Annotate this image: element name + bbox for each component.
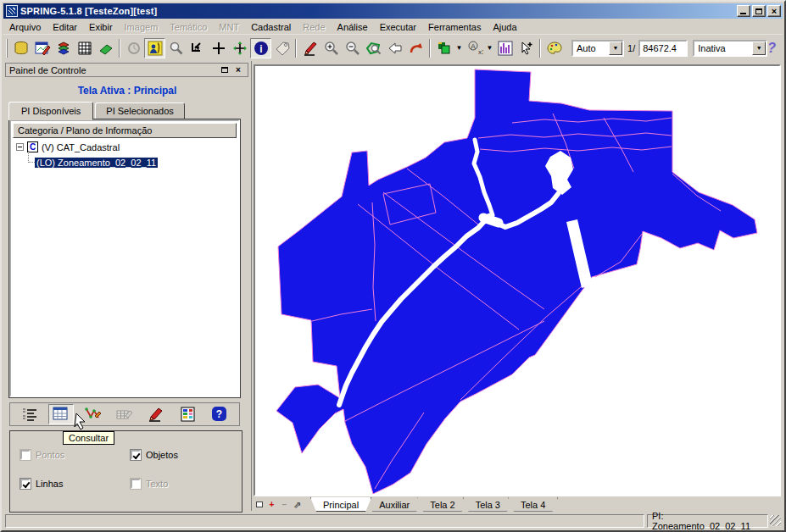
tree-row-category[interactable]: C (V) CAT_Cadastral	[13, 141, 237, 153]
menu-mnt[interactable]: MNT	[213, 20, 245, 34]
draw-button[interactable]	[143, 404, 169, 424]
zoom-region-button[interactable]	[363, 38, 384, 58]
layers-icon	[55, 40, 72, 57]
collapse-icon[interactable]	[16, 143, 24, 151]
menu-tematico[interactable]: Temático	[164, 20, 213, 34]
svg-text:A: A	[471, 42, 476, 50]
add-view-button[interactable]: +	[266, 499, 277, 510]
objetos-checkbox-icon[interactable]	[131, 450, 141, 460]
menu-exibir[interactable]: Exibir	[83, 20, 119, 34]
crosshair-button[interactable]	[208, 38, 229, 58]
eraser-button[interactable]	[95, 38, 116, 58]
zoom-out-button[interactable]	[342, 38, 363, 58]
menu-editar[interactable]: Editar	[47, 20, 83, 34]
back-arrow-icon	[387, 40, 404, 57]
edition-dropdown-icon[interactable]: ▼	[752, 42, 766, 55]
municipality-polygon	[276, 69, 757, 494]
draw-icon	[147, 406, 165, 423]
checkbox-texto[interactable]: Texto	[131, 479, 168, 489]
checkbox-pontos[interactable]: Pontos	[20, 450, 64, 460]
auto-zoom-combo[interactable]: Auto ▼	[571, 40, 624, 57]
image-register-button[interactable]	[31, 38, 53, 58]
magnifier-button[interactable]	[165, 38, 187, 58]
menu-executar[interactable]: Executar	[374, 20, 422, 34]
database-button[interactable]	[10, 38, 31, 58]
linhas-checkbox-icon[interactable]	[20, 479, 31, 489]
tag-button[interactable]	[271, 38, 293, 58]
view-tab-principal[interactable]: Principal	[310, 497, 371, 512]
scale-input[interactable]: 84672.4	[638, 40, 688, 57]
close-button[interactable]: ×	[767, 5, 781, 17]
info-icon: i	[253, 40, 270, 57]
map-canvas[interactable]	[256, 67, 778, 494]
remove-view-button[interactable]: −	[279, 499, 290, 510]
menu-analise[interactable]: Análise	[332, 20, 374, 34]
checkbox-objetos[interactable]: Objetos	[131, 450, 178, 460]
auto-zoom-dropdown-icon[interactable]: ▼	[609, 42, 622, 55]
toolbar-handle[interactable]	[6, 39, 8, 58]
toolbar-help-button[interactable]: ?	[767, 41, 776, 56]
category-label[interactable]: (V) CAT_Cadastral	[42, 142, 120, 152]
draw-pencil-button[interactable]	[299, 38, 321, 58]
view-tab-auxiliar[interactable]: Auxiliar	[366, 497, 422, 512]
pontos-checkbox-icon[interactable]	[20, 450, 31, 460]
menu-rede[interactable]: Rede	[297, 20, 331, 34]
pi-tabs: PI Disponíveis PI Selecionados	[8, 102, 187, 119]
objetos-label: Objetos	[146, 450, 178, 460]
fit-view-button[interactable]	[187, 38, 208, 58]
back-arrow-button[interactable]	[384, 38, 405, 58]
layer-label[interactable]: (LO) Zoneamento_02_02_11	[35, 158, 158, 168]
legend-list-button[interactable]	[17, 404, 42, 424]
auto-label-button[interactable]: Ax1	[464, 38, 485, 58]
menu-bar: Arquivo Editar Exibir Imagem Temático MN…	[3, 19, 783, 35]
undo-button[interactable]	[405, 38, 426, 58]
new-view-button[interactable]	[254, 499, 265, 510]
auto-label-dropdown[interactable]: ▼	[485, 38, 494, 58]
checkbox-linhas[interactable]: Linhas	[20, 479, 63, 489]
legend-colors-button[interactable]	[176, 404, 201, 424]
cursor-plus-button[interactable]	[516, 38, 537, 58]
panel-close-button[interactable]: ×	[232, 64, 244, 75]
histogram-button[interactable]	[494, 38, 516, 58]
detach-view-button[interactable]: ⇗	[292, 499, 303, 510]
layers-button[interactable]	[53, 38, 74, 58]
query-button[interactable]	[48, 404, 74, 424]
query-icon	[52, 406, 70, 423]
vector-style-icon	[436, 40, 453, 57]
resize-grip[interactable]	[770, 515, 781, 526]
info-button[interactable]: i	[250, 38, 271, 58]
texto-label: Texto	[146, 479, 168, 489]
edition-combo[interactable]: Inativa ▼	[693, 40, 767, 57]
panel-help-icon: ?	[210, 406, 229, 423]
tree-header[interactable]: Categoria / Plano de Informação	[13, 123, 237, 138]
view-tab-tela3[interactable]: Tela 3	[463, 497, 513, 512]
zoom-in-button[interactable]	[321, 38, 342, 58]
vector-style-dropdown[interactable]: ▼	[454, 38, 464, 58]
vector-style-button[interactable]	[433, 38, 454, 58]
status-bar: PI: Zoneamento_02_02_11	[3, 513, 783, 529]
status-pi-label: PI: Zoneamento_02_02_11	[647, 514, 768, 528]
table-edit-button[interactable]	[112, 404, 137, 424]
history-button[interactable]	[123, 38, 144, 58]
palette-button[interactable]	[544, 38, 565, 58]
pan-button[interactable]	[229, 38, 250, 58]
report-view-button[interactable]	[144, 38, 165, 58]
menu-ferramentas[interactable]: Ferramentas	[422, 20, 487, 34]
tab-pi-disponiveis[interactable]: PI Disponíveis	[8, 102, 93, 120]
view-tab-tela2[interactable]: Tela 2	[417, 497, 467, 512]
menu-ajuda[interactable]: Ajuda	[487, 20, 522, 34]
tab-pi-selecionados[interactable]: PI Selecionados	[95, 103, 185, 119]
undo-icon	[408, 40, 425, 57]
view-tab-tela4[interactable]: Tela 4	[508, 497, 558, 512]
grid-button[interactable]	[74, 38, 95, 58]
panel-float-button[interactable]	[219, 64, 231, 75]
zoom-out-icon	[344, 40, 361, 57]
minimize-button[interactable]	[737, 5, 750, 17]
texto-checkbox-icon[interactable]	[131, 479, 141, 489]
maximize-button[interactable]	[752, 5, 766, 17]
menu-imagem[interactable]: Imagem	[119, 20, 164, 34]
menu-arquivo[interactable]: Arquivo	[3, 20, 47, 34]
menu-cadastral[interactable]: Cadastral	[245, 20, 297, 34]
panel-help-button[interactable]: ?	[207, 404, 232, 424]
tree-row-layer[interactable]: (LO) Zoneamento_02_02_11	[35, 156, 237, 169]
